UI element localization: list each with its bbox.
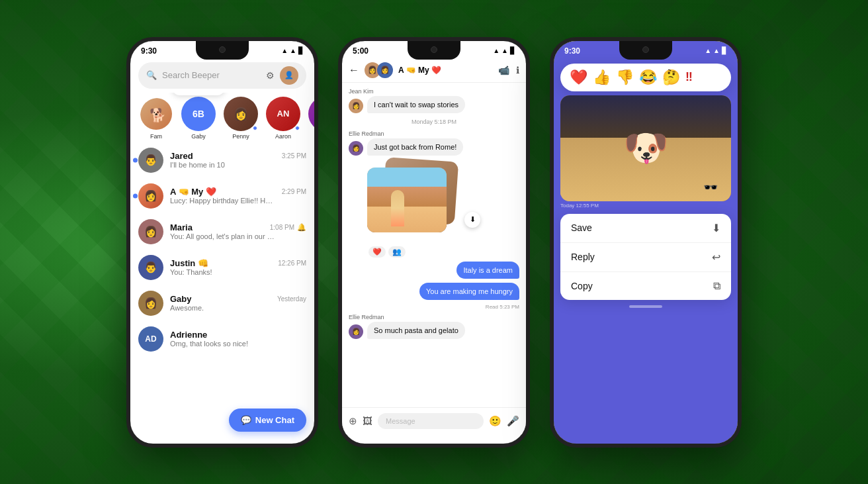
back-button[interactable]: ← xyxy=(349,64,359,76)
reaction-exclaim-btn[interactable]: ‼️ xyxy=(685,70,693,84)
wifi-icon-3: ▲ xyxy=(705,47,711,54)
search-bar[interactable]: 🔍 Search Beeper ⚙ 👤 xyxy=(138,62,306,89)
msg-ellie-1-bubble: Just got back from Rome! xyxy=(367,138,463,156)
chat-input-bar: ⊕ 🖼 Message 🙂 🎤 xyxy=(342,407,526,434)
chat-list: 👨 Jared 3:25 PM I'll be home in 10 👩 A 🤜… xyxy=(130,142,314,357)
stories-row: 🐕 Fam Welcome toblue bubbles! 6B Gaby 👩 xyxy=(130,93,314,142)
story-penny[interactable]: 👩 Penny xyxy=(223,97,259,140)
header-avatars: 👩 👩 xyxy=(365,62,393,78)
chat-name-row-jared: Jared 3:25 PM xyxy=(170,151,306,161)
reaction-laugh-btn[interactable]: 😂 xyxy=(639,69,657,86)
battery-icon-2: ▊ xyxy=(510,47,515,54)
new-chat-icon: 💬 xyxy=(241,415,251,425)
chat-preview-gaby: Awesome. xyxy=(170,304,276,312)
notch-1 xyxy=(196,41,249,60)
header-action-icons: 📹 ℹ xyxy=(498,65,519,75)
story-aaron[interactable]: AN Aaron xyxy=(265,97,301,140)
battery-icon: ▊ xyxy=(298,47,304,54)
avatar-justin: 👨 xyxy=(138,255,163,280)
info-icon[interactable]: ℹ xyxy=(516,65,519,75)
story-tori[interactable]: TS Tori xyxy=(308,97,314,140)
mic-icon[interactable]: 🎤 xyxy=(507,415,519,427)
reaction-faces[interactable]: 👥 xyxy=(388,246,406,258)
camera-3 xyxy=(642,46,649,53)
penny-unread-dot xyxy=(253,126,257,130)
wifi-icon: ▲ xyxy=(281,47,288,54)
chat-name-row-gaby: Gaby Yesterday xyxy=(170,294,306,304)
messages-area: Jean Kim 👩 I can't wait to swap stories … xyxy=(342,83,526,412)
status-icons-2: ▲ ▲ ▊ xyxy=(493,47,515,54)
wifi-icon-2: ▲ xyxy=(493,47,499,54)
chat-item-adrienne[interactable]: AD Adrienne Omg, that looks so nice! xyxy=(130,321,314,357)
chat-item-amy[interactable]: 👩 A 🤜 My ❤️ 2:29 PM Lucy: Happy birthday… xyxy=(130,178,314,214)
reaction-thumbsup-btn[interactable]: 👍 xyxy=(593,69,611,86)
reaction-heart-btn[interactable]: ❤️ xyxy=(570,69,587,86)
chat-name-row-justin: Justin 👊 12:26 PM xyxy=(170,258,306,268)
chat-info-maria: Maria 1:08 PM 🔔 You: All good, let's pla… xyxy=(170,222,306,240)
story-name-aaron: Aaron xyxy=(275,133,291,140)
time-3: 9:30 xyxy=(564,46,580,56)
maria-time-row: 1:08 PM 🔔 xyxy=(270,223,306,232)
reply-label: Reply xyxy=(571,252,595,262)
message-input[interactable]: Message xyxy=(378,413,484,429)
chat-time-maria: 1:08 PM xyxy=(270,224,294,231)
reaction-thumbsdown-btn[interactable]: 👎 xyxy=(616,69,634,86)
context-reply[interactable]: Reply ↩ xyxy=(560,243,731,272)
chat-preview-adrienne: Omg, that looks so nice! xyxy=(170,340,276,348)
msg-group-ellie-1: Ellie Redman 👩 Just got back from Rome! xyxy=(349,130,519,156)
message-placeholder: Message xyxy=(386,417,415,425)
new-chat-button[interactable]: 💬 New Chat xyxy=(229,409,306,432)
save-icon: ⬇ xyxy=(712,222,720,234)
chat-preview-amy: Lucy: Happy birthday Ellie!! Hope you've… xyxy=(170,197,276,205)
story-gaby[interactable]: Welcome toblue bubbles! 6B Gaby xyxy=(181,97,216,140)
emoji-icon[interactable]: 🙂 xyxy=(489,415,501,427)
fam-icon: 🐕 xyxy=(140,98,173,131)
dog-emoji: 🐶 xyxy=(623,126,669,169)
phone-1: 9:30 ▲ ▲ ▊ 🔍 Search Beeper ⚙ 👤 🐕 Fam xyxy=(126,37,318,448)
user-avatar[interactable]: 👤 xyxy=(280,66,298,85)
signal-icon-2: ▲ xyxy=(501,47,508,54)
context-copy[interactable]: Copy ⧉ xyxy=(560,272,731,300)
story-name-penny: Penny xyxy=(232,133,249,140)
chat-item-gaby[interactable]: 👩 Gaby Yesterday Awesome. xyxy=(130,285,314,321)
notch-2 xyxy=(408,41,460,60)
story-fam[interactable]: 🐕 Fam xyxy=(138,97,174,140)
reaction-heart[interactable]: ❤️ xyxy=(369,246,386,258)
drink-glass xyxy=(391,190,404,226)
screen-2: 5:00 ▲ ▲ ▊ ← 👩 👩 A 🤜 My ❤️ 📹 ℹ J xyxy=(342,41,526,444)
chat-preview-justin: You: Thanks! xyxy=(170,268,276,276)
phone-3: 9:30 ▲ ▲ ▊ ❤️ 👍 👎 😂 🤔 ‼️ 🐶 xyxy=(550,37,742,448)
copy-icon: ⧉ xyxy=(713,280,720,292)
dog-image-message: 🐶 🕶️ xyxy=(560,95,731,201)
settings-icon[interactable]: ⚙ xyxy=(266,70,275,81)
copy-label: Copy xyxy=(571,281,593,291)
story-name-fam: Fam xyxy=(150,133,162,140)
chat-item-jared[interactable]: 👨 Jared 3:25 PM I'll be home in 10 xyxy=(130,142,314,178)
search-placeholder: Search Beeper xyxy=(162,70,261,80)
reaction-think-btn[interactable]: 🤔 xyxy=(662,69,680,86)
screen-1: 9:30 ▲ ▲ ▊ 🔍 Search Beeper ⚙ 👤 🐕 Fam xyxy=(130,41,314,444)
msg-jean-bubble: I can't wait to swap stories xyxy=(367,96,465,113)
add-icon[interactable]: ⊕ xyxy=(349,415,357,427)
img-scene xyxy=(367,168,447,232)
mute-icon: 🔔 xyxy=(297,223,306,232)
aaron-avatar-wrap: AN xyxy=(266,97,300,131)
chat-time-justin: 12:26 PM xyxy=(278,260,306,267)
download-button[interactable]: ⬇ xyxy=(464,212,480,228)
chat-item-justin[interactable]: 👨 Justin 👊 12:26 PM You: Thanks! xyxy=(130,250,314,285)
msg-italy-bubble: Italy is a dream xyxy=(456,262,519,279)
penny-avatar-wrap: 👩 xyxy=(224,97,258,131)
sunglasses-emoji: 🕶️ xyxy=(703,180,718,195)
time-2: 5:00 xyxy=(353,46,369,56)
video-call-icon[interactable]: 📹 xyxy=(498,65,509,75)
chat-info-adrienne: Adrienne Omg, that looks so nice! xyxy=(170,330,306,348)
time-divider: Monday 5:18 PM xyxy=(349,119,519,125)
chat-time-jared: 3:25 PM xyxy=(282,152,306,160)
phone-2: 5:00 ▲ ▲ ▊ ← 👩 👩 A 🤜 My ❤️ 📹 ℹ J xyxy=(338,37,530,448)
camera-1 xyxy=(219,46,226,53)
chat-item-maria[interactable]: 👩 Maria 1:08 PM 🔔 You: All good, let's p… xyxy=(130,214,314,250)
context-save[interactable]: Save ⬇ xyxy=(560,214,731,243)
time-1: 9:30 xyxy=(141,46,157,56)
image-icon[interactable]: 🖼 xyxy=(363,415,372,426)
chat-name-maria: Maria xyxy=(170,222,193,232)
